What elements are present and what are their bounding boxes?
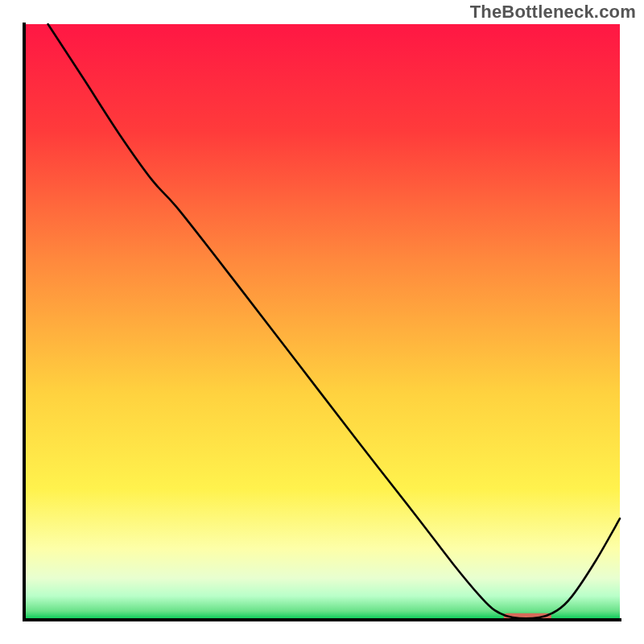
gradient-background: [24, 24, 620, 620]
plot-area: [24, 24, 620, 620]
bottleneck-chart: [0, 0, 644, 644]
